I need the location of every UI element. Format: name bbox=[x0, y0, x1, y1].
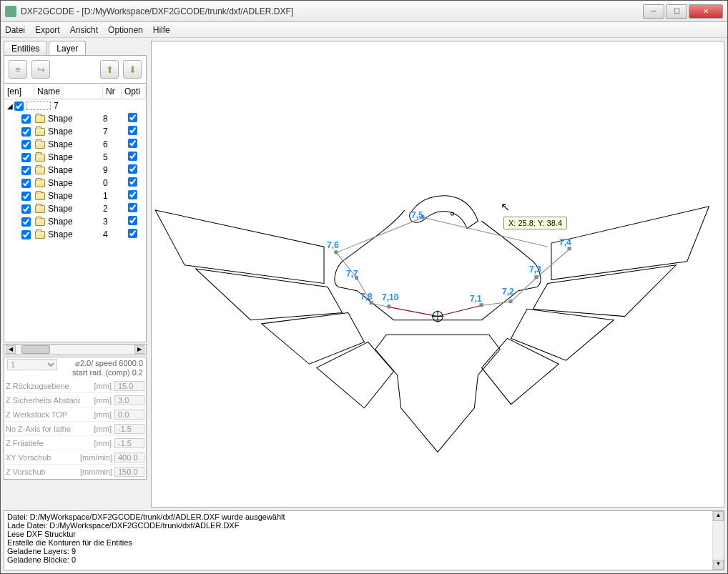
shape-name: Shape bbox=[48, 217, 103, 227]
tree-row-shape[interactable]: Shape1 bbox=[4, 189, 146, 202]
shape-nr: 2 bbox=[103, 204, 122, 214]
menubar: Datei Export Ansicht Optionen Hilfe bbox=[1, 22, 727, 38]
tab-entities[interactable]: Entities bbox=[4, 41, 47, 56]
tree-row-shape[interactable]: Shape4 bbox=[4, 228, 146, 241]
shape-opt-checkbox[interactable] bbox=[128, 139, 137, 148]
shape-opt-checkbox[interactable] bbox=[128, 190, 137, 199]
tag-7-6: 7,6 bbox=[327, 240, 339, 250]
tree-row-shape[interactable]: Shape2 bbox=[4, 202, 146, 215]
tree-toolbar: ≡ ↪ ⬆ ⬇ bbox=[4, 55, 147, 84]
shape-opt-checkbox[interactable] bbox=[128, 216, 137, 225]
root-checkbox[interactable] bbox=[14, 102, 24, 111]
tag-7-8: 7,8 bbox=[360, 292, 373, 302]
tree-row-shape[interactable]: Shape3 bbox=[4, 215, 146, 228]
tree-hscroll[interactable]: ◀ ▶ bbox=[4, 344, 147, 355]
col-name[interactable]: Name bbox=[34, 85, 103, 98]
folder-icon bbox=[35, 141, 45, 149]
tree-row-shape[interactable]: Shape0 bbox=[4, 177, 146, 189]
titlebar[interactable]: DXF2GCODE - [D:/MyWorkspace/DXF2GCODE/tr… bbox=[1, 1, 727, 22]
shape-opt-checkbox[interactable] bbox=[128, 126, 137, 135]
shape-name: Shape bbox=[48, 152, 103, 162]
shape-checkbox[interactable] bbox=[21, 230, 31, 239]
tree-body[interactable]: ◢ 7 Shape8Shape7Shape6Shape5Shape9Shape0… bbox=[4, 99, 147, 342]
param-value[interactable]: 150.0 bbox=[114, 467, 144, 477]
tree-row-shape[interactable]: Shape7 bbox=[4, 125, 146, 138]
tab-layer[interactable]: Layer bbox=[49, 41, 86, 56]
move-down-button[interactable]: ⬇ bbox=[123, 60, 142, 79]
shape-nr: 7 bbox=[103, 127, 122, 137]
scroll-up-button[interactable]: ▲ bbox=[713, 511, 724, 521]
layer-rename-field[interactable] bbox=[26, 102, 51, 110]
shape-nr: 6 bbox=[103, 139, 122, 149]
col-en[interactable]: [en] bbox=[4, 85, 34, 98]
shape-nr: 8 bbox=[103, 114, 122, 124]
shape-name: Shape bbox=[48, 165, 103, 175]
menu-optionen[interactable]: Optionen bbox=[108, 25, 143, 35]
param-value[interactable]: 15.0 bbox=[114, 381, 144, 391]
param-value[interactable]: -1.5 bbox=[114, 438, 144, 448]
shape-opt-checkbox[interactable] bbox=[128, 229, 137, 238]
param-row: Z Frästiefe[mm]-1.5 bbox=[4, 436, 146, 450]
scroll-down-button[interactable]: ▼ bbox=[713, 560, 724, 570]
folder-icon bbox=[35, 167, 45, 174]
tag-7-1: 7,1 bbox=[470, 294, 482, 304]
tree-row-root[interactable]: ◢ 7 bbox=[4, 99, 146, 112]
menu-export[interactable]: Export bbox=[35, 25, 60, 35]
minimize-button[interactable]: ─ bbox=[643, 4, 664, 19]
shape-opt-checkbox[interactable] bbox=[128, 177, 137, 187]
param-unit: [mm] bbox=[80, 396, 114, 405]
param-row: No Z-Axis for lathe[mm]-1.5 bbox=[4, 422, 146, 436]
left-panel: Entities Layer ≡ ↪ ⬆ ⬇ [en] Name Nr Opti bbox=[4, 41, 147, 508]
shape-opt-checkbox[interactable] bbox=[128, 164, 137, 174]
indent-button[interactable]: ↪ bbox=[31, 60, 50, 79]
param-value[interactable]: 0.0 bbox=[114, 410, 144, 420]
shape-checkbox[interactable] bbox=[21, 153, 31, 162]
shape-checkbox[interactable] bbox=[21, 179, 31, 188]
log-panel[interactable]: Datei: D:/MyWorkspace/DXF2GCODE/trunk/dx… bbox=[4, 510, 724, 570]
param-label: XY Vorschub bbox=[6, 453, 80, 462]
shape-name: Shape bbox=[48, 114, 103, 124]
col-opt[interactable]: Opti bbox=[122, 85, 146, 98]
tree-row-shape[interactable]: Shape6 bbox=[4, 138, 146, 151]
tag-7-3: 7,3 bbox=[529, 264, 541, 274]
shape-opt-checkbox[interactable] bbox=[128, 203, 137, 212]
coord-tooltip: X: 25.8; Y: 38.4 bbox=[503, 217, 567, 229]
align-left-button[interactable]: ≡ bbox=[9, 60, 27, 79]
scroll-thumb[interactable] bbox=[21, 345, 50, 354]
shape-checkbox[interactable] bbox=[21, 204, 31, 214]
folder-icon bbox=[35, 218, 45, 226]
param-value[interactable]: -1.5 bbox=[114, 424, 144, 434]
shape-checkbox[interactable] bbox=[21, 192, 31, 201]
svg-line-1 bbox=[336, 217, 423, 252]
window-controls: ─ ☐ ✕ bbox=[643, 4, 723, 19]
menu-hilfe[interactable]: Hilfe bbox=[153, 25, 170, 35]
tree-header: [en] Name Nr Opti bbox=[4, 84, 147, 99]
close-button[interactable]: ✕ bbox=[689, 4, 723, 19]
menu-ansicht[interactable]: Ansicht bbox=[70, 25, 98, 35]
param-value[interactable]: 3.0 bbox=[114, 395, 144, 405]
shape-opt-checkbox[interactable] bbox=[128, 152, 137, 161]
log-vscroll[interactable]: ▲ ▼ bbox=[712, 511, 724, 570]
app-icon bbox=[5, 6, 16, 17]
shape-checkbox[interactable] bbox=[21, 166, 31, 175]
folder-icon bbox=[35, 179, 45, 187]
log-line: Geladene Layers: 9 bbox=[7, 547, 721, 555]
tree-row-shape[interactable]: Shape8 bbox=[4, 112, 146, 125]
shape-checkbox[interactable] bbox=[21, 217, 31, 227]
layer-select[interactable]: 1 bbox=[7, 359, 57, 370]
canvas[interactable]: 7,5 7,6 7,7 7,8 7,10 7,1 7,2 7,3 7,4 ↖ X… bbox=[151, 41, 724, 508]
menu-datei[interactable]: Datei bbox=[5, 25, 25, 35]
col-nr[interactable]: Nr bbox=[103, 85, 122, 98]
shape-checkbox[interactable] bbox=[21, 114, 31, 124]
maximize-button[interactable]: ☐ bbox=[666, 4, 687, 19]
shape-checkbox[interactable] bbox=[21, 127, 31, 137]
expand-icon[interactable]: ◢ bbox=[7, 102, 14, 110]
scroll-left-button[interactable]: ◀ bbox=[6, 345, 16, 354]
move-up-button[interactable]: ⬆ bbox=[100, 60, 119, 79]
scroll-right-button[interactable]: ▶ bbox=[134, 345, 144, 354]
shape-opt-checkbox[interactable] bbox=[128, 113, 137, 122]
tree-row-shape[interactable]: Shape5 bbox=[4, 151, 146, 164]
param-value[interactable]: 400.0 bbox=[114, 452, 144, 462]
shape-checkbox[interactable] bbox=[21, 140, 31, 149]
tree-row-shape[interactable]: Shape9 bbox=[4, 164, 146, 177]
